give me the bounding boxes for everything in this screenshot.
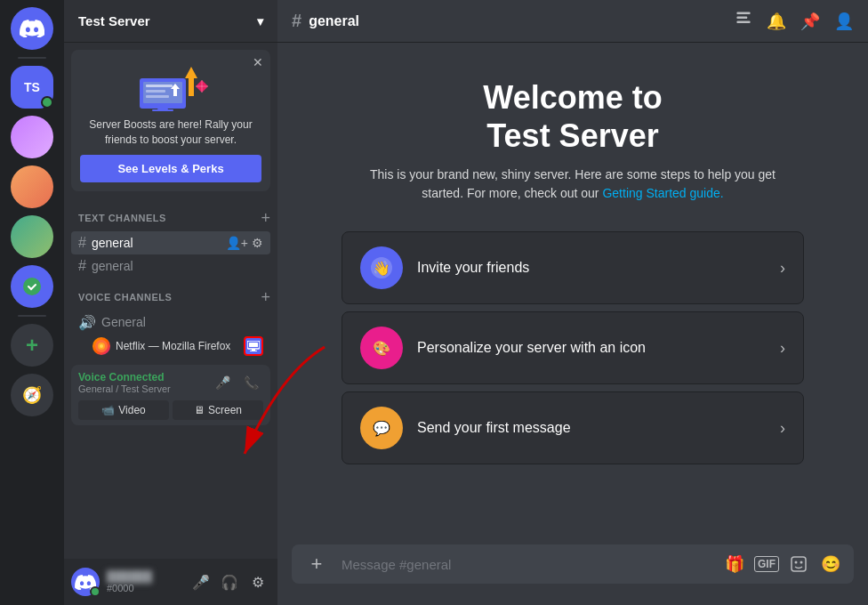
server-icon-4[interactable] bbox=[11, 265, 53, 308]
personalize-icon: 🎨 bbox=[360, 327, 403, 369]
svg-rect-5 bbox=[146, 95, 169, 98]
invite-to-channel-button[interactable]: 👤+ bbox=[226, 236, 248, 250]
svg-rect-18 bbox=[252, 349, 255, 351]
invite-icon: 👋 bbox=[360, 246, 403, 289]
add-server-button[interactable]: + bbox=[11, 324, 53, 367]
svg-rect-21 bbox=[737, 17, 748, 20]
screen-share-button[interactable] bbox=[244, 336, 263, 356]
svg-text:💬: 💬 bbox=[373, 420, 390, 437]
notifications-button[interactable]: 🔔 bbox=[767, 12, 786, 31]
voice-connected-bar: Voice Connected General / Test Server 🎤 … bbox=[71, 365, 270, 425]
threads-button[interactable] bbox=[735, 10, 752, 32]
personalize-text: Personalize your server with an icon bbox=[417, 340, 766, 356]
channel-header-name: general bbox=[309, 13, 359, 29]
online-badge bbox=[41, 96, 53, 109]
user-settings-button[interactable]: ⚙ bbox=[245, 569, 270, 594]
sticker-button[interactable] bbox=[786, 552, 811, 577]
server-list: TS + 🧭 bbox=[0, 0, 64, 605]
user-controls: 🎤 🎧 ⚙ bbox=[189, 569, 270, 594]
text-channels-label: TEXT CHANNELS bbox=[78, 213, 166, 223]
server-icon-3[interactable] bbox=[11, 215, 53, 258]
screen-share-netflix[interactable]: Netflix — Mozilla Firefox bbox=[71, 335, 270, 358]
svg-point-29 bbox=[795, 561, 798, 564]
channel-name: general bbox=[92, 236, 221, 250]
discord-home-button[interactable] bbox=[11, 7, 53, 50]
user-discriminator: #0000 bbox=[107, 583, 181, 593]
add-attachment-button[interactable]: + bbox=[302, 544, 331, 584]
user-status-dot bbox=[90, 586, 100, 597]
emoji-button[interactable]: 😊 bbox=[818, 552, 843, 577]
video-button[interactable]: 📹 Video bbox=[78, 400, 169, 420]
server-name: Test Server bbox=[78, 13, 150, 28]
getting-started-link[interactable]: Getting Started guide. bbox=[602, 186, 723, 200]
video-icon: 📹 bbox=[101, 404, 115, 416]
boost-description: Server Boosts are here! Rally your frien… bbox=[80, 117, 261, 148]
noise-suppress-button[interactable]: 🎤 bbox=[210, 370, 235, 395]
voice-connected-location: General / Test Server bbox=[78, 383, 171, 394]
voice-status-info: Voice Connected General / Test Server bbox=[78, 371, 171, 394]
screen-button[interactable]: 🖥 Screen bbox=[173, 400, 263, 420]
video-label: Video bbox=[118, 404, 145, 416]
svg-point-30 bbox=[800, 561, 803, 564]
add-text-channel-button[interactable]: + bbox=[261, 209, 270, 228]
add-voice-channel-button[interactable]: + bbox=[261, 288, 270, 307]
disconnect-button[interactable]: 📞 bbox=[238, 370, 263, 395]
boost-banner: ✕ S bbox=[71, 50, 270, 191]
channel-item-general-1[interactable]: # general 👤+ ⚙ bbox=[71, 231, 270, 254]
screen-icon: 🖥 bbox=[194, 404, 205, 416]
svg-rect-20 bbox=[737, 12, 751, 15]
hash-icon-2: # bbox=[78, 258, 86, 274]
boost-levels-button[interactable]: See Levels & Perks bbox=[80, 155, 261, 182]
pin-button[interactable]: 📌 bbox=[800, 12, 820, 31]
action-card-message[interactable]: 💬 Send your first message › bbox=[342, 391, 804, 464]
channel-item-general-2[interactable]: # general bbox=[71, 254, 270, 278]
firefox-icon bbox=[92, 337, 110, 355]
server-icon-ts[interactable]: TS bbox=[11, 66, 53, 109]
server-header[interactable]: Test Server ▾ bbox=[64, 0, 277, 43]
gif-label: GIF bbox=[754, 556, 779, 572]
svg-rect-4 bbox=[146, 90, 165, 93]
server-icon-1[interactable] bbox=[11, 116, 53, 158]
deafen-button[interactable]: 🎧 bbox=[217, 569, 242, 594]
svg-rect-17 bbox=[249, 343, 258, 347]
action-cards: 👋 Invite your friends › 🎨 Personalize yo… bbox=[342, 231, 804, 464]
voice-controls: 🎤 📞 bbox=[210, 370, 263, 395]
action-card-invite[interactable]: 👋 Invite your friends › bbox=[342, 231, 804, 304]
channel-name-2: general bbox=[92, 259, 263, 273]
channel-list: TEXT CHANNELS + # general 👤+ ⚙ # general… bbox=[64, 198, 277, 559]
explore-icon: 🧭 bbox=[22, 385, 42, 405]
message-text: Send your first message bbox=[417, 420, 766, 436]
svg-point-0 bbox=[23, 278, 41, 295]
action-card-personalize[interactable]: 🎨 Personalize your server with an icon › bbox=[342, 311, 804, 384]
svg-rect-22 bbox=[737, 21, 751, 24]
explore-button[interactable]: 🧭 bbox=[11, 374, 53, 416]
speaker-icon: 🔊 bbox=[78, 314, 96, 331]
message-actions: 🎁 GIF 😊 bbox=[722, 552, 843, 577]
user-avatar bbox=[71, 568, 100, 596]
screen-label: Screen bbox=[208, 404, 242, 416]
voice-channel-general[interactable]: 🔊 General bbox=[71, 311, 270, 335]
channel-header-hash: # bbox=[292, 11, 301, 31]
channel-header: # general 🔔 📌 👤 bbox=[277, 0, 868, 43]
gif-button[interactable]: GIF bbox=[754, 552, 779, 577]
message-input-wrapper: + 🎁 GIF 😊 bbox=[292, 544, 854, 584]
mute-button[interactable]: 🎤 bbox=[189, 569, 213, 594]
welcome-subtitle: This is your brand new, shiny server. He… bbox=[350, 165, 795, 203]
channel-settings-button[interactable]: ⚙ bbox=[252, 236, 263, 250]
invite-text: Invite your friends bbox=[417, 260, 766, 276]
svg-marker-9 bbox=[185, 67, 197, 96]
boost-banner-close[interactable]: ✕ bbox=[253, 55, 263, 69]
svg-rect-8 bbox=[152, 109, 173, 111]
svg-point-15 bbox=[100, 344, 103, 348]
username: ██████ bbox=[107, 570, 181, 583]
welcome-title: Welcome toTest Server bbox=[483, 78, 662, 155]
voice-channels-section[interactable]: VOICE CHANNELS + bbox=[64, 285, 277, 311]
message-input[interactable] bbox=[342, 547, 711, 582]
user-info: ██████ #0000 bbox=[107, 570, 181, 593]
gift-button[interactable]: 🎁 bbox=[722, 552, 747, 577]
add-server-icon: + bbox=[26, 333, 38, 358]
server-icon-2[interactable] bbox=[11, 165, 53, 208]
main-content: # general 🔔 📌 👤 Welcome toTest Server Th… bbox=[277, 0, 868, 605]
text-channels-section[interactable]: TEXT CHANNELS + bbox=[64, 206, 277, 231]
member-list-button[interactable]: 👤 bbox=[834, 12, 854, 31]
